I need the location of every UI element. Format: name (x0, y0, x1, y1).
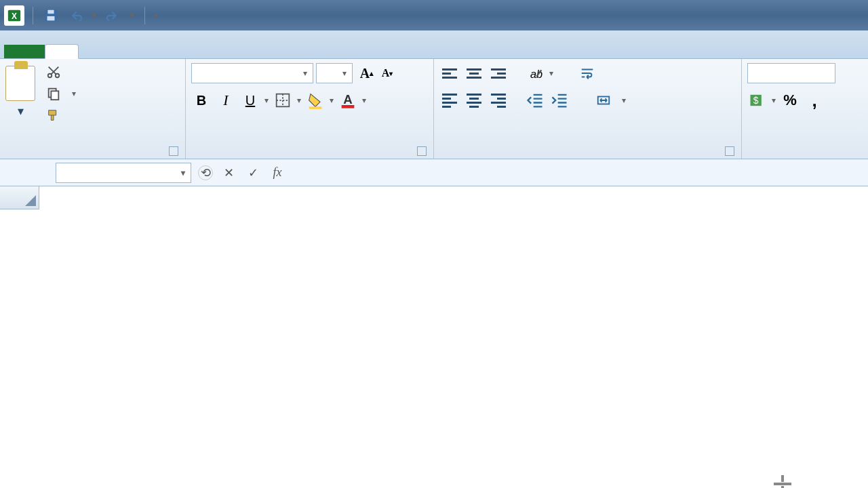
svg-rect-3 (47, 9, 54, 14)
borders-dropdown[interactable]: ▾ (297, 96, 301, 105)
redo-button[interactable] (104, 6, 123, 25)
align-center-button[interactable] (464, 90, 484, 110)
formula-input[interactable] (293, 163, 490, 183)
alignment-launcher[interactable] (725, 146, 734, 156)
increase-indent-button[interactable] (549, 90, 570, 110)
undo-button[interactable] (66, 6, 85, 25)
tab-data[interactable] (176, 45, 209, 58)
align-top-button[interactable] (439, 63, 460, 83)
tab-review[interactable] (209, 45, 241, 58)
svg-text:$: $ (753, 95, 759, 106)
cancel-edit-button[interactable]: ⟲ (198, 165, 213, 180)
group-font: ▾ ▾ A▴ A▾ B I U ▾ ▾ ▾ A ▾ (186, 59, 434, 159)
select-all-corner[interactable] (0, 186, 39, 209)
underline-dropdown[interactable]: ▾ (264, 96, 269, 105)
tab-view[interactable] (241, 45, 274, 58)
borders-button[interactable] (273, 90, 293, 110)
tab-home[interactable] (45, 44, 79, 59)
increase-font-button[interactable]: A▴ (357, 63, 377, 83)
clipboard-launcher[interactable] (169, 146, 178, 156)
name-box-dropdown[interactable]: ▾ (181, 168, 185, 178)
orientation-dropdown[interactable]: ▾ (549, 68, 553, 78)
svg-rect-4 (47, 16, 55, 20)
number-format-combo[interactable] (747, 63, 835, 83)
tab-insert[interactable] (79, 45, 111, 58)
group-alignment: ab ▾ ▾ (434, 59, 742, 159)
ribbon-tabs (0, 30, 868, 59)
cancel-button[interactable]: ✕ (220, 164, 237, 182)
wrap-text-button[interactable] (575, 64, 605, 83)
font-launcher[interactable] (417, 146, 427, 156)
accounting-format-dropdown[interactable]: ▾ (772, 96, 776, 105)
decrease-indent-button[interactable] (525, 90, 545, 110)
quick-access-toolbar: X ▼ ▼ ▾ (4, 5, 158, 26)
format-painter-button[interactable] (43, 106, 79, 124)
cell-cursor-icon (773, 474, 791, 488)
ribbon: ▾ ▾ (0, 59, 868, 159)
percent-button[interactable]: % (780, 90, 800, 110)
bold-button[interactable]: B (191, 90, 212, 110)
underline-button[interactable]: U (240, 90, 260, 110)
merge-center-dropdown[interactable]: ▾ (622, 96, 626, 105)
qat-customize-dropdown[interactable]: ▾ (153, 10, 158, 21)
font-color-dropdown[interactable]: ▾ (362, 96, 366, 105)
wrap-text-icon (580, 66, 595, 81)
group-clipboard: ▾ ▾ (0, 59, 186, 159)
decrease-font-button[interactable]: A▾ (377, 63, 397, 83)
paste-button[interactable]: ▾ (5, 63, 35, 119)
align-left-button[interactable] (439, 90, 460, 110)
comma-button[interactable]: , (804, 90, 825, 110)
tab-file[interactable] (4, 45, 45, 58)
font-color-button[interactable]: A (338, 90, 358, 110)
formula-bar: ▾ ⟲ ✕ ✓ fx (0, 159, 868, 186)
cut-button[interactable] (43, 63, 79, 81)
copy-icon (46, 86, 61, 101)
redo-dropdown[interactable]: ▼ (128, 11, 136, 20)
svg-rect-8 (51, 91, 58, 100)
align-middle-button[interactable] (464, 63, 484, 83)
paste-dropdown[interactable]: ▾ (18, 104, 24, 119)
paintbrush-icon (46, 108, 61, 123)
tab-page-layout[interactable] (111, 45, 144, 58)
title-bar: X ▼ ▼ ▾ (0, 0, 868, 30)
fx-button[interactable]: fx (269, 164, 286, 182)
undo-dropdown[interactable]: ▼ (90, 11, 98, 20)
italic-button[interactable]: I (216, 90, 236, 110)
accounting-format-button[interactable]: $ (747, 90, 768, 110)
tab-formulas[interactable] (144, 45, 176, 58)
copy-dropdown[interactable]: ▾ (72, 89, 76, 98)
group-label-clipboard (5, 155, 180, 157)
align-right-button[interactable] (488, 90, 509, 110)
group-label-number (747, 155, 863, 157)
font-name-combo[interactable]: ▾ (191, 63, 313, 83)
group-label-font (191, 155, 428, 157)
merge-center-button[interactable]: ▾ (591, 91, 631, 110)
font-size-combo[interactable]: ▾ (316, 63, 353, 83)
fill-color-dropdown[interactable]: ▾ (330, 96, 334, 105)
group-number: $ ▾ % , (742, 59, 868, 159)
merge-center-icon (596, 93, 611, 108)
align-bottom-button[interactable] (488, 63, 509, 83)
save-button[interactable] (41, 6, 60, 25)
fill-color-button[interactable] (305, 90, 326, 110)
copy-button[interactable]: ▾ (43, 85, 79, 102)
clipboard-icon (5, 66, 35, 101)
scissors-icon (46, 64, 61, 79)
group-label-alignment (439, 155, 736, 157)
name-box[interactable]: ▾ (56, 163, 191, 183)
svg-text:A: A (343, 92, 352, 106)
excel-app-icon[interactable]: X (4, 5, 24, 26)
enter-button[interactable]: ✓ (244, 164, 262, 182)
svg-text:X: X (12, 11, 17, 20)
spreadsheet-grid[interactable] (0, 186, 868, 209)
orientation-button[interactable]: ab (525, 63, 545, 83)
svg-rect-10 (309, 106, 322, 109)
svg-rect-12 (342, 105, 355, 108)
